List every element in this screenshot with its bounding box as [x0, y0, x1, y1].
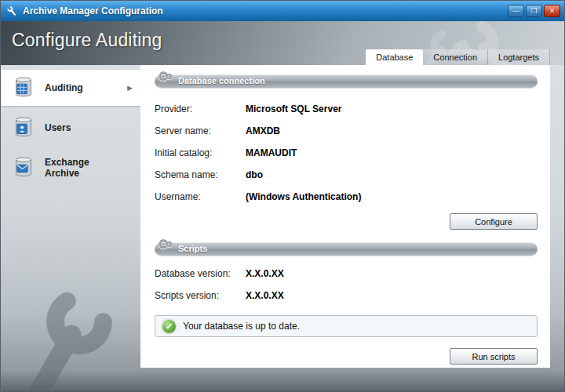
- section-header-database-connection: ⚙⚙ Database connection: [155, 74, 538, 88]
- field-value: MAMAUDIT: [246, 147, 297, 158]
- field-value: AMXDB: [246, 125, 280, 136]
- field-label: Database version:: [155, 268, 246, 279]
- window-title: Archive Manager Configuration: [23, 5, 163, 16]
- configure-button[interactable]: Configure: [450, 213, 538, 230]
- sidebar: Auditing ► Users: [1, 65, 140, 391]
- users-database-icon: [10, 114, 37, 141]
- field-username: Username: (Windows Authentication): [155, 191, 538, 213]
- database-status-message: ✓ Your database is up to date.: [155, 315, 538, 337]
- section-title: Database connection: [178, 76, 265, 85]
- field-label: Username:: [155, 191, 246, 202]
- auditing-database-icon: [10, 74, 37, 101]
- field-scripts-version: Scripts version: X.X.0.XX: [155, 290, 538, 312]
- sidebar-item-label: Users: [45, 122, 111, 133]
- body: Auditing ► Users: [1, 65, 564, 391]
- gears-icon: ⚙⚙: [158, 70, 173, 85]
- field-server-name: Server name: AMXDB: [155, 125, 538, 147]
- tab-database[interactable]: Database: [366, 49, 423, 65]
- field-value: (Windows Authentication): [246, 191, 361, 202]
- database-connection-fields: Provider: Microsoft SQL Server Server na…: [155, 103, 538, 213]
- check-circle-icon: ✓: [162, 320, 176, 333]
- run-scripts-button-row: Run scripts: [153, 348, 538, 365]
- run-scripts-button[interactable]: Run scripts: [450, 348, 538, 365]
- field-value: X.X.0.XX: [246, 290, 284, 301]
- field-initial-catalog: Initial catalog: MAMAUDIT: [155, 147, 538, 169]
- field-schema-name: Schema name: dbo: [155, 169, 538, 191]
- main-panel: ⚙⚙ Database connection Provider: Microso…: [140, 65, 550, 368]
- field-label: Server name:: [155, 125, 246, 136]
- close-button[interactable]: ✕: [544, 5, 560, 17]
- field-label: Initial catalog:: [155, 147, 246, 158]
- gears-icon: ⚙⚙: [158, 238, 173, 252]
- active-item-arrow-icon: ►: [126, 83, 134, 93]
- tab-bar: Database Connection Logtargets: [366, 49, 550, 65]
- wrench-app-icon: [5, 4, 19, 18]
- scripts-fields: Database version: X.X.0.XX Scripts versi…: [155, 268, 538, 312]
- field-label: Schema name:: [155, 169, 246, 180]
- configure-button-row: Configure: [153, 213, 538, 230]
- field-label: Provider:: [155, 103, 246, 114]
- sidebar-item-auditing[interactable]: Auditing ►: [1, 70, 140, 106]
- page-header: Configure Auditing Database Connection L…: [1, 21, 564, 65]
- app-window: Archive Manager Configuration — ❐ ✕ Conf…: [0, 0, 565, 392]
- tab-logtargets[interactable]: Logtargets: [488, 49, 550, 65]
- sidebar-item-label: Exchange Archive: [45, 157, 111, 180]
- status-text: Your database is up to date.: [183, 321, 300, 332]
- field-provider: Provider: Microsoft SQL Server: [155, 103, 538, 125]
- field-label: Scripts version:: [155, 290, 246, 301]
- field-value: X.X.0.XX: [246, 268, 284, 279]
- section-header-scripts: ⚙⚙ Scripts: [155, 242, 538, 256]
- sidebar-item-label: Auditing: [45, 82, 111, 93]
- exchange-archive-icon: [10, 154, 37, 181]
- field-value: dbo: [246, 169, 263, 180]
- sidebar-item-users[interactable]: Users: [1, 110, 140, 146]
- field-value: Microsoft SQL Server: [246, 103, 341, 114]
- tab-connection[interactable]: Connection: [423, 49, 488, 65]
- field-database-version: Database version: X.X.0.XX: [155, 268, 538, 290]
- page-title: Configure Auditing: [12, 30, 162, 51]
- section-title: Scripts: [178, 244, 207, 253]
- sidebar-item-exchange-archive[interactable]: Exchange Archive: [1, 150, 140, 186]
